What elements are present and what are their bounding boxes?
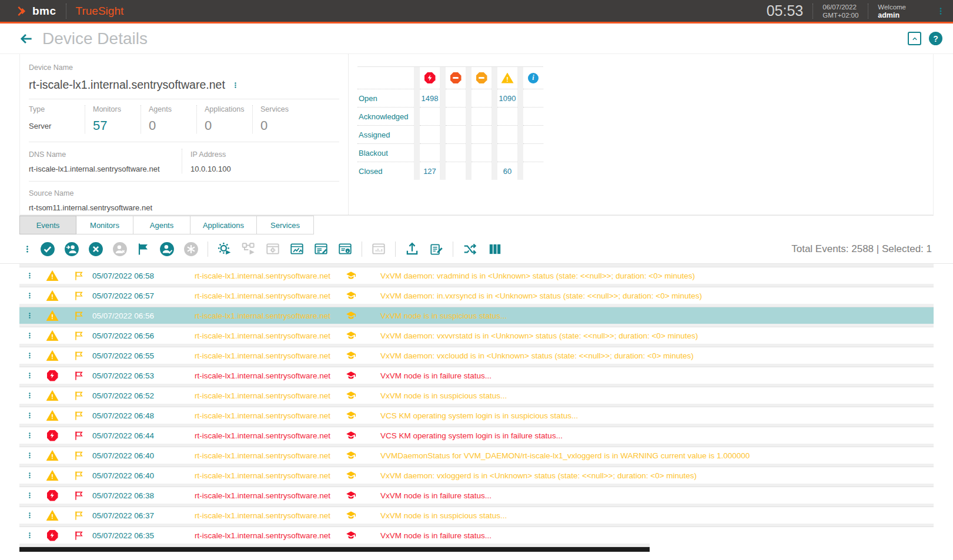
row-menu-icon[interactable] xyxy=(19,410,39,421)
row-menu-icon[interactable] xyxy=(19,270,39,281)
summary-count[interactable] xyxy=(523,143,543,162)
summary-count[interactable] xyxy=(497,143,517,162)
knowledge-icon[interactable] xyxy=(345,370,362,381)
summary-count[interactable] xyxy=(523,89,543,107)
flag-icon[interactable] xyxy=(65,390,92,401)
event-list-icon[interactable] xyxy=(313,242,329,257)
row-menu-icon[interactable] xyxy=(19,530,39,541)
help-icon[interactable]: ? xyxy=(929,32,942,45)
knowledge-icon[interactable] xyxy=(345,350,362,361)
close-event-icon[interactable] xyxy=(88,242,103,257)
event-row[interactable]: ! 05/07/2022 06:40 rt-iscale-lx1.interna… xyxy=(19,467,934,484)
knowledge-icon[interactable] xyxy=(345,450,362,461)
summary-count[interactable]: 1498 xyxy=(420,89,440,107)
knowledge-icon[interactable] xyxy=(345,390,362,401)
summary-count[interactable]: 127 xyxy=(420,162,440,180)
knowledge-icon[interactable] xyxy=(345,410,362,421)
flag-icon[interactable] xyxy=(65,450,92,461)
flag-icon[interactable] xyxy=(136,242,151,256)
event-row[interactable]: ! 05/07/2022 06:44 rt-iscale-lx1.interna… xyxy=(19,427,934,444)
monitors-count[interactable]: 57 xyxy=(93,118,107,133)
summary-count[interactable] xyxy=(472,162,491,180)
shuffle-icon[interactable] xyxy=(462,242,479,257)
summary-count[interactable] xyxy=(446,162,466,180)
flag-icon[interactable] xyxy=(65,330,92,341)
row-menu-icon[interactable] xyxy=(19,430,39,441)
row-menu-icon[interactable] xyxy=(19,330,39,341)
columns-icon[interactable] xyxy=(487,242,503,257)
tab-events[interactable]: Events xyxy=(19,216,76,234)
event-row[interactable]: ! 05/07/2022 06:55 rt-iscale-lx1.interna… xyxy=(19,347,934,364)
event-row[interactable]: ! 05/07/2022 06:48 rt-iscale-lx1.interna… xyxy=(19,407,934,424)
event-row[interactable]: ! 05/07/2022 06:52 rt-iscale-lx1.interna… xyxy=(19,387,934,404)
row-menu-icon[interactable] xyxy=(19,290,39,301)
event-row[interactable]: ! 05/07/2022 06:58 rt-iscale-lx1.interna… xyxy=(19,267,934,284)
export-icon[interactable] xyxy=(404,242,420,257)
summary-count[interactable] xyxy=(472,143,491,162)
acknowledge-icon[interactable] xyxy=(40,242,55,257)
summary-count[interactable] xyxy=(497,107,517,125)
tab-applications[interactable]: Applications xyxy=(190,216,257,234)
event-row[interactable]: ! 05/07/2022 06:56 rt-iscale-lx1.interna… xyxy=(19,327,934,344)
summary-count[interactable] xyxy=(523,125,543,143)
knowledge-icon[interactable] xyxy=(345,290,362,301)
summary-count[interactable] xyxy=(472,89,491,107)
knowledge-icon[interactable] xyxy=(345,310,362,321)
flag-icon[interactable] xyxy=(65,510,92,521)
flag-icon[interactable] xyxy=(65,350,92,361)
summary-count[interactable] xyxy=(420,125,440,143)
summary-count[interactable] xyxy=(472,125,491,143)
tab-agents[interactable]: Agents xyxy=(133,216,190,234)
event-details-icon[interactable] xyxy=(337,242,353,257)
knowledge-icon[interactable] xyxy=(345,470,362,481)
event-row[interactable]: ! 05/07/2022 06:37 rt-iscale-lx1.interna… xyxy=(19,507,934,524)
event-row[interactable]: ! 05/07/2022 06:38 rt-iscale-lx1.interna… xyxy=(19,487,934,504)
flag-icon[interactable] xyxy=(65,270,92,281)
summary-count[interactable] xyxy=(446,125,466,143)
event-chart-icon[interactable] xyxy=(289,242,305,257)
assign-icon[interactable] xyxy=(64,242,79,257)
flag-icon[interactable] xyxy=(65,370,92,381)
event-row[interactable]: ! 05/07/2022 06:56 rt-iscale-lx1.interna… xyxy=(19,307,934,324)
knowledge-icon[interactable] xyxy=(345,330,362,341)
summary-count[interactable]: 1090 xyxy=(497,89,517,107)
tab-monitors[interactable]: Monitors xyxy=(76,216,133,234)
flag-icon[interactable] xyxy=(65,290,92,301)
assign-to-me-icon[interactable] xyxy=(159,242,175,257)
flag-icon[interactable] xyxy=(65,430,92,441)
knowledge-icon[interactable] xyxy=(345,490,362,501)
row-menu-icon[interactable] xyxy=(19,490,39,501)
knowledge-icon[interactable] xyxy=(345,270,362,281)
flag-icon[interactable] xyxy=(65,470,92,481)
row-menu-icon[interactable] xyxy=(19,450,39,461)
row-menu-icon[interactable] xyxy=(19,310,39,321)
row-menu-icon[interactable] xyxy=(19,370,39,381)
annotate-icon[interactable] xyxy=(429,242,444,257)
row-menu-icon[interactable] xyxy=(19,470,39,481)
tab-services[interactable]: Services xyxy=(257,216,314,234)
event-row[interactable]: ! 05/07/2022 06:40 rt-iscale-lx1.interna… xyxy=(19,447,934,464)
event-row[interactable]: ! 05/07/2022 06:53 rt-iscale-lx1.interna… xyxy=(19,367,934,384)
topbar-menu-icon[interactable] xyxy=(937,5,945,18)
summary-count[interactable]: 60 xyxy=(497,162,517,180)
row-menu-icon[interactable] xyxy=(19,390,39,401)
summary-count[interactable] xyxy=(420,143,440,162)
back-arrow-icon[interactable] xyxy=(19,31,34,46)
summary-count[interactable] xyxy=(523,162,543,180)
summary-count[interactable] xyxy=(497,125,517,143)
knowledge-icon[interactable] xyxy=(345,510,362,521)
row-menu-icon[interactable] xyxy=(19,510,39,521)
summary-count[interactable] xyxy=(446,89,466,107)
flag-icon[interactable] xyxy=(65,310,92,321)
knowledge-icon[interactable] xyxy=(345,430,362,441)
knowledge-icon[interactable] xyxy=(345,530,362,541)
flag-icon[interactable] xyxy=(65,410,92,421)
device-menu-icon[interactable] xyxy=(232,81,239,90)
summary-count[interactable] xyxy=(446,107,466,125)
expand-panel-icon[interactable] xyxy=(908,32,921,45)
summary-count[interactable] xyxy=(523,107,543,125)
summary-count[interactable] xyxy=(472,107,491,125)
summary-count[interactable] xyxy=(446,143,466,162)
row-menu-icon[interactable] xyxy=(19,350,39,361)
run-action-icon[interactable] xyxy=(217,242,232,257)
